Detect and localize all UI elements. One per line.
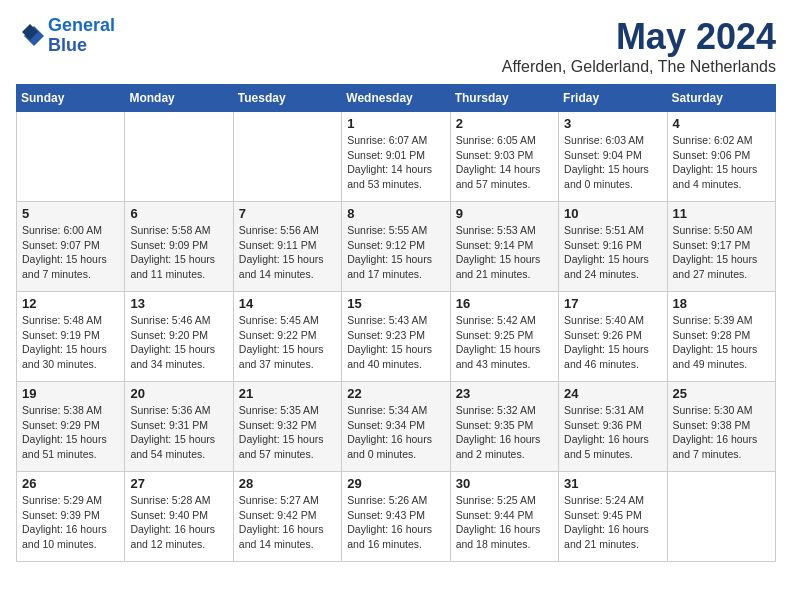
calendar-cell: 23Sunrise: 5:32 AM Sunset: 9:35 PM Dayli… [450, 382, 558, 472]
day-info: Sunrise: 5:42 AM Sunset: 9:25 PM Dayligh… [456, 313, 553, 372]
calendar-cell: 10Sunrise: 5:51 AM Sunset: 9:16 PM Dayli… [559, 202, 667, 292]
day-info: Sunrise: 6:07 AM Sunset: 9:01 PM Dayligh… [347, 133, 444, 192]
calendar-cell: 31Sunrise: 5:24 AM Sunset: 9:45 PM Dayli… [559, 472, 667, 562]
day-info: Sunrise: 5:28 AM Sunset: 9:40 PM Dayligh… [130, 493, 227, 552]
calendar-cell: 21Sunrise: 5:35 AM Sunset: 9:32 PM Dayli… [233, 382, 341, 472]
logo-text: General Blue [48, 16, 115, 56]
day-number: 27 [130, 476, 227, 491]
calendar-cell: 20Sunrise: 5:36 AM Sunset: 9:31 PM Dayli… [125, 382, 233, 472]
day-number: 21 [239, 386, 336, 401]
calendar-cell: 2Sunrise: 6:05 AM Sunset: 9:03 PM Daylig… [450, 112, 558, 202]
logo-icon [16, 22, 44, 50]
day-info: Sunrise: 5:55 AM Sunset: 9:12 PM Dayligh… [347, 223, 444, 282]
day-number: 29 [347, 476, 444, 491]
day-number: 22 [347, 386, 444, 401]
calendar-cell [125, 112, 233, 202]
day-number: 28 [239, 476, 336, 491]
day-number: 20 [130, 386, 227, 401]
calendar-cell: 5Sunrise: 6:00 AM Sunset: 9:07 PM Daylig… [17, 202, 125, 292]
day-info: Sunrise: 5:40 AM Sunset: 9:26 PM Dayligh… [564, 313, 661, 372]
day-number: 5 [22, 206, 119, 221]
day-info: Sunrise: 6:02 AM Sunset: 9:06 PM Dayligh… [673, 133, 770, 192]
calendar-week-5: 26Sunrise: 5:29 AM Sunset: 9:39 PM Dayli… [17, 472, 776, 562]
calendar-cell: 9Sunrise: 5:53 AM Sunset: 9:14 PM Daylig… [450, 202, 558, 292]
calendar-cell: 3Sunrise: 6:03 AM Sunset: 9:04 PM Daylig… [559, 112, 667, 202]
calendar-cell [233, 112, 341, 202]
calendar-cell: 26Sunrise: 5:29 AM Sunset: 9:39 PM Dayli… [17, 472, 125, 562]
weekday-header-sunday: Sunday [17, 85, 125, 112]
day-number: 12 [22, 296, 119, 311]
day-info: Sunrise: 5:39 AM Sunset: 9:28 PM Dayligh… [673, 313, 770, 372]
calendar-header-row: SundayMondayTuesdayWednesdayThursdayFrid… [17, 85, 776, 112]
calendar-cell: 22Sunrise: 5:34 AM Sunset: 9:34 PM Dayli… [342, 382, 450, 472]
calendar-cell: 16Sunrise: 5:42 AM Sunset: 9:25 PM Dayli… [450, 292, 558, 382]
calendar-cell: 8Sunrise: 5:55 AM Sunset: 9:12 PM Daylig… [342, 202, 450, 292]
weekday-header-tuesday: Tuesday [233, 85, 341, 112]
calendar-cell: 27Sunrise: 5:28 AM Sunset: 9:40 PM Dayli… [125, 472, 233, 562]
day-number: 14 [239, 296, 336, 311]
weekday-header-thursday: Thursday [450, 85, 558, 112]
day-number: 16 [456, 296, 553, 311]
calendar-body: 1Sunrise: 6:07 AM Sunset: 9:01 PM Daylig… [17, 112, 776, 562]
day-info: Sunrise: 6:05 AM Sunset: 9:03 PM Dayligh… [456, 133, 553, 192]
calendar-cell: 25Sunrise: 5:30 AM Sunset: 9:38 PM Dayli… [667, 382, 775, 472]
day-number: 1 [347, 116, 444, 131]
day-number: 25 [673, 386, 770, 401]
calendar-cell: 15Sunrise: 5:43 AM Sunset: 9:23 PM Dayli… [342, 292, 450, 382]
calendar-week-3: 12Sunrise: 5:48 AM Sunset: 9:19 PM Dayli… [17, 292, 776, 382]
day-number: 9 [456, 206, 553, 221]
weekday-header-wednesday: Wednesday [342, 85, 450, 112]
day-info: Sunrise: 5:43 AM Sunset: 9:23 PM Dayligh… [347, 313, 444, 372]
calendar-cell [17, 112, 125, 202]
day-number: 15 [347, 296, 444, 311]
day-number: 6 [130, 206, 227, 221]
calendar-cell: 13Sunrise: 5:46 AM Sunset: 9:20 PM Dayli… [125, 292, 233, 382]
day-info: Sunrise: 5:45 AM Sunset: 9:22 PM Dayligh… [239, 313, 336, 372]
day-number: 17 [564, 296, 661, 311]
day-number: 23 [456, 386, 553, 401]
calendar-week-2: 5Sunrise: 6:00 AM Sunset: 9:07 PM Daylig… [17, 202, 776, 292]
day-info: Sunrise: 6:00 AM Sunset: 9:07 PM Dayligh… [22, 223, 119, 282]
day-info: Sunrise: 5:36 AM Sunset: 9:31 PM Dayligh… [130, 403, 227, 462]
calendar-cell: 19Sunrise: 5:38 AM Sunset: 9:29 PM Dayli… [17, 382, 125, 472]
day-info: Sunrise: 5:34 AM Sunset: 9:34 PM Dayligh… [347, 403, 444, 462]
weekday-header-monday: Monday [125, 85, 233, 112]
day-number: 30 [456, 476, 553, 491]
calendar-cell: 18Sunrise: 5:39 AM Sunset: 9:28 PM Dayli… [667, 292, 775, 382]
day-number: 19 [22, 386, 119, 401]
day-info: Sunrise: 5:50 AM Sunset: 9:17 PM Dayligh… [673, 223, 770, 282]
calendar-cell: 12Sunrise: 5:48 AM Sunset: 9:19 PM Dayli… [17, 292, 125, 382]
day-info: Sunrise: 5:24 AM Sunset: 9:45 PM Dayligh… [564, 493, 661, 552]
calendar-cell: 7Sunrise: 5:56 AM Sunset: 9:11 PM Daylig… [233, 202, 341, 292]
title-block: May 2024 Afferden, Gelderland, The Nethe… [502, 16, 776, 76]
day-number: 18 [673, 296, 770, 311]
calendar-cell [667, 472, 775, 562]
day-number: 24 [564, 386, 661, 401]
calendar-cell: 30Sunrise: 5:25 AM Sunset: 9:44 PM Dayli… [450, 472, 558, 562]
day-info: Sunrise: 5:51 AM Sunset: 9:16 PM Dayligh… [564, 223, 661, 282]
day-number: 13 [130, 296, 227, 311]
location: Afferden, Gelderland, The Netherlands [502, 58, 776, 76]
day-info: Sunrise: 5:32 AM Sunset: 9:35 PM Dayligh… [456, 403, 553, 462]
weekday-header-friday: Friday [559, 85, 667, 112]
day-number: 11 [673, 206, 770, 221]
day-info: Sunrise: 5:25 AM Sunset: 9:44 PM Dayligh… [456, 493, 553, 552]
day-number: 8 [347, 206, 444, 221]
calendar-cell: 6Sunrise: 5:58 AM Sunset: 9:09 PM Daylig… [125, 202, 233, 292]
logo: General Blue [16, 16, 115, 56]
calendar-cell: 28Sunrise: 5:27 AM Sunset: 9:42 PM Dayli… [233, 472, 341, 562]
day-number: 31 [564, 476, 661, 491]
day-info: Sunrise: 5:27 AM Sunset: 9:42 PM Dayligh… [239, 493, 336, 552]
page-header: General Blue May 2024 Afferden, Gelderla… [16, 16, 776, 76]
calendar-cell: 29Sunrise: 5:26 AM Sunset: 9:43 PM Dayli… [342, 472, 450, 562]
calendar-week-4: 19Sunrise: 5:38 AM Sunset: 9:29 PM Dayli… [17, 382, 776, 472]
day-number: 3 [564, 116, 661, 131]
day-info: Sunrise: 5:31 AM Sunset: 9:36 PM Dayligh… [564, 403, 661, 462]
day-info: Sunrise: 5:58 AM Sunset: 9:09 PM Dayligh… [130, 223, 227, 282]
calendar-cell: 17Sunrise: 5:40 AM Sunset: 9:26 PM Dayli… [559, 292, 667, 382]
day-info: Sunrise: 5:35 AM Sunset: 9:32 PM Dayligh… [239, 403, 336, 462]
calendar-cell: 11Sunrise: 5:50 AM Sunset: 9:17 PM Dayli… [667, 202, 775, 292]
day-number: 10 [564, 206, 661, 221]
day-number: 4 [673, 116, 770, 131]
calendar-cell: 14Sunrise: 5:45 AM Sunset: 9:22 PM Dayli… [233, 292, 341, 382]
